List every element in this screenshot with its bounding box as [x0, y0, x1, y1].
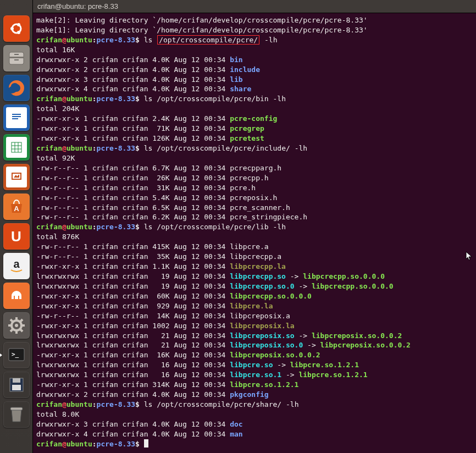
prompt-host: ubuntu [67, 95, 92, 103]
ls-filename: man [230, 430, 242, 438]
ls-filename: libpcreposix.so [230, 332, 294, 340]
launcher-amazon[interactable]: a [3, 253, 30, 279]
ls-row: lrwxrwxrwx 1 crifan crifan 21 Aug 12 00:… [36, 332, 230, 340]
launcher-calc[interactable] [3, 134, 30, 161]
ls-filename: libpcrecpp.so [230, 272, 286, 280]
launcher-writer[interactable] [3, 104, 30, 131]
svg-rect-11 [12, 114, 21, 115]
ubuntuone-icon: U [11, 228, 21, 245]
ls-row: lrwxrwxrwx 1 crifan crifan 21 Aug 12 00:… [36, 341, 230, 349]
prompt-dollar: $ [135, 144, 144, 152]
total-line: total 204K [36, 104, 79, 113]
launcher-ubuntuone[interactable]: U [3, 223, 30, 250]
ls-row: drwxrwxr-x 3 crifan crifan 4.0K Aug 12 0… [36, 420, 230, 428]
launcher-files[interactable] [3, 45, 30, 71]
total-line: total 16K [36, 46, 75, 54]
ls-row: -rwxr-xr-x 1 crifan crifan 16K Aug 12 00… [36, 351, 230, 359]
ls-filename: libpcre.so.1.2.1 [230, 380, 298, 389]
prompt-path: pcre-8.33 [97, 223, 135, 231]
ls-filename: libpcre.a [230, 242, 268, 251]
svg-text:A: A [14, 205, 19, 213]
prompt-at: @ [62, 95, 67, 103]
svg-point-25 [15, 324, 18, 327]
launcher-music[interactable] [3, 283, 30, 309]
ls-filename: libpcrecpp.la [230, 262, 286, 270]
svg-rect-37 [13, 378, 20, 383]
launcher-trash[interactable] [3, 401, 30, 428]
ls-filename: pcrecpparg.h [230, 164, 281, 172]
prompt-path: pcre-8.33 [97, 144, 135, 152]
launcher-software[interactable]: A [3, 194, 30, 220]
writer-icon [6, 107, 27, 128]
prompt-at: @ [62, 36, 67, 44]
svg-rect-12 [12, 116, 21, 117]
ls-row: -rw-r--r-- 1 crifan crifan 5.4K Aug 12 0… [36, 194, 230, 202]
total-line: total 876K [36, 233, 79, 241]
svg-rect-39 [10, 407, 23, 410]
ls-row: lrwxrwxrwx 1 crifan crifan 16 Aug 12 00:… [36, 361, 230, 369]
launcher-terminal[interactable]: >_ [3, 342, 30, 368]
prompt-host: ubuntu [67, 36, 92, 44]
ls-filename: libpcre.so.1 [230, 371, 281, 379]
launcher-firefox[interactable] [3, 75, 30, 101]
launcher-dash[interactable] [3, 15, 30, 42]
ls-filename: pcre-config [230, 114, 277, 123]
ls-filename: pkgconfig [230, 390, 268, 399]
prompt-user: crifan [36, 36, 62, 44]
cmd-text: ls /opt/crosscompile/pcre/bin -lh [144, 95, 286, 103]
ls-filename: pcrecpp.h [230, 174, 268, 182]
ls-filename: pcre_stringpiece.h [230, 213, 307, 221]
svg-marker-20 [14, 174, 19, 178]
ls-row: -rwxr-xr-x 1 crifan crifan 2.4K Aug 12 0… [36, 114, 230, 123]
svg-rect-38 [12, 385, 21, 390]
ls-filename: libpcreposix.so.0.0.2 [230, 351, 320, 359]
ls-row: -rw-r--r-- 1 crifan crifan 26K Aug 12 00… [36, 174, 230, 182]
ls-row: -rw-r--r-- 1 crifan crifan 6.2K Aug 12 0… [36, 213, 230, 221]
prompt-dollar: $ [135, 400, 144, 408]
cmd-text: ls /opt/crosscompile/pcre/lib -lh [144, 223, 286, 231]
prompt-user: crifan [36, 223, 62, 231]
ls-symlink-target: libpcrecpp.so.0.0.0 [312, 282, 394, 290]
ls-row: drwxrwxr-x 2 crifan crifan 4.0K Aug 12 0… [36, 390, 230, 399]
launcher-disk[interactable] [3, 372, 30, 398]
ls-symlink-target: libpcre.so.1.2.1 [290, 361, 359, 369]
ls-row: -rwxr-xr-x 1 crifan crifan 71K Aug 12 00… [36, 124, 230, 132]
software-center-icon: A [8, 198, 25, 216]
terminal[interactable]: make[2]: Leaving directory `/home/crifan… [33, 13, 476, 453]
launcher-settings[interactable] [3, 312, 30, 339]
desktop: AUa>_ crifan@ubuntu: pcre-8.33 make[2]: … [0, 0, 476, 453]
terminal-icon: >_ [7, 345, 26, 365]
ls-filename: include [230, 65, 260, 74]
svg-text:a: a [13, 258, 20, 270]
prompt-colon: : [92, 95, 97, 103]
prompt-host: ubuntu [67, 440, 92, 448]
ls-filename: share [230, 85, 251, 93]
unity-launcher: AUa>_ [0, 0, 33, 453]
ls-row: lrwxrwxrwx 1 crifan crifan 16 Aug 12 00:… [36, 371, 230, 379]
prompt-colon: : [92, 223, 97, 231]
prompt-colon: : [92, 144, 97, 152]
floppy-icon [7, 375, 26, 394]
ls-filename: pcregrep [230, 124, 264, 132]
ls-row: drwxrwxr-x 2 crifan crifan 4.0K Aug 12 0… [36, 65, 230, 74]
ls-filename: libpcreposix.so.0 [230, 341, 303, 349]
window-titlebar: crifan@ubuntu: pcre-8.33 [33, 0, 476, 13]
impress-icon [6, 167, 27, 187]
ls-filename: libpcre.so [230, 361, 273, 369]
make-output: make[2]: Leaving directory `/home/crifan… [36, 16, 368, 24]
svg-rect-6 [9, 57, 24, 58]
prompt-path: pcre-8.33 [97, 95, 135, 103]
total-line: total 8.0K [36, 410, 79, 418]
calc-icon [6, 137, 27, 158]
prompt-dollar: $ [135, 440, 144, 448]
prompt-user: crifan [36, 400, 62, 408]
ls-filename: pcre.h [230, 184, 256, 192]
ls-row: drwxrwxr-x 3 crifan crifan 4.0K Aug 12 0… [36, 75, 230, 84]
launcher-impress[interactable] [3, 164, 30, 190]
svg-line-32 [10, 329, 13, 332]
svg-line-31 [20, 329, 23, 332]
prompt-dollar: $ [135, 95, 144, 103]
ls-row: drwxrwxr-x 4 crifan crifan 4.0K Aug 12 0… [36, 430, 230, 438]
ls-filename: pcreposix.h [230, 194, 277, 202]
ls-row: -rw-r--r-- 1 crifan crifan 14K Aug 12 00… [36, 312, 230, 320]
